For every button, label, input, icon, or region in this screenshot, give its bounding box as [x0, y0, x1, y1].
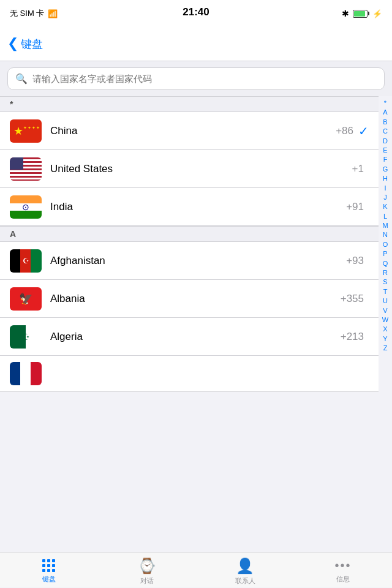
country-list: * China +86 ✓ United States +1 India +91…: [0, 96, 379, 552]
tab-more[interactable]: ••• 信息: [294, 556, 392, 584]
alpha-b[interactable]: B: [383, 118, 387, 127]
country-item-china[interactable]: China +86 ✓: [0, 112, 379, 150]
flag-albania: [10, 287, 42, 311]
alpha-u[interactable]: U: [383, 296, 388, 306]
search-icon: 🔍: [15, 73, 28, 85]
status-left: 无 SIM 卡 📶: [10, 8, 58, 19]
country-item-us[interactable]: United States +1: [0, 150, 379, 188]
country-code-albania: +355: [341, 293, 364, 305]
alpha-j[interactable]: J: [383, 193, 387, 202]
alpha-w[interactable]: W: [382, 315, 388, 325]
flag-china: [10, 119, 42, 143]
country-code-us: +1: [352, 163, 364, 175]
alpha-t[interactable]: T: [383, 287, 388, 296]
flag-afghanistan: [10, 249, 42, 273]
recents-icon: ⌚: [138, 557, 156, 575]
checkmark-china: ✓: [358, 124, 369, 138]
country-item-afghanistan[interactable]: Afghanistan +93: [0, 242, 379, 280]
search-container: 🔍: [0, 61, 392, 96]
chevron-left-icon: ❮: [7, 37, 18, 50]
alpha-r[interactable]: R: [383, 268, 388, 277]
flag-india: [10, 195, 42, 219]
tab-recents[interactable]: ⌚ 对话: [98, 555, 196, 586]
country-name-india: India: [50, 201, 346, 213]
country-name-albania: Albania: [50, 293, 341, 305]
flag-partial: [10, 362, 42, 385]
alpha-q[interactable]: Q: [383, 259, 388, 268]
search-input[interactable]: [32, 74, 377, 84]
charge-icon: ⚡: [372, 9, 382, 18]
contacts-icon: 👤: [236, 557, 254, 575]
country-name-us: United States: [50, 163, 352, 175]
alpha-e[interactable]: E: [383, 146, 387, 155]
keyboard-icon: [42, 559, 56, 573]
tab-recents-label: 对话: [140, 576, 154, 586]
wifi-icon: 📶: [48, 9, 58, 18]
alpha-c[interactable]: C: [383, 127, 388, 136]
alphabet-index: * A B C D E F G H I J K L M N O P Q R S …: [379, 96, 392, 552]
flag-algeria: [10, 325, 42, 349]
nav-bar: ❮ 键盘: [0, 27, 392, 61]
main-content: * China +86 ✓ United States +1 India +91…: [0, 96, 392, 552]
alpha-o[interactable]: O: [383, 240, 388, 249]
alpha-h[interactable]: H: [383, 174, 388, 183]
alpha-v[interactable]: V: [383, 306, 387, 315]
country-name-algeria: Algeria: [50, 331, 341, 343]
country-code-algeria: +213: [341, 331, 364, 343]
alpha-k[interactable]: K: [383, 202, 387, 211]
country-item-algeria[interactable]: Algeria +213: [0, 318, 379, 356]
search-bar: 🔍: [7, 67, 385, 90]
alpha-f[interactable]: F: [383, 155, 388, 164]
tab-contacts[interactable]: 👤 联系人: [196, 555, 294, 586]
tab-contacts-label: 联系人: [235, 576, 255, 586]
alpha-g[interactable]: G: [383, 165, 388, 174]
alpha-i[interactable]: I: [384, 184, 386, 193]
tab-keyboard[interactable]: 键盘: [0, 557, 98, 584]
section-header-star: *: [0, 96, 379, 112]
alpha-l[interactable]: L: [383, 212, 387, 221]
alpha-x[interactable]: X: [383, 325, 387, 334]
country-code-afghanistan: +93: [346, 255, 364, 267]
country-code-china: +86: [336, 125, 353, 137]
tab-keyboard-label: 键盘: [42, 575, 56, 584]
alpha-z[interactable]: Z: [383, 344, 388, 353]
back-button[interactable]: ❮ 键盘: [7, 37, 43, 51]
battery-icon: [353, 10, 368, 18]
alpha-y[interactable]: Y: [383, 334, 387, 344]
alpha-n[interactable]: N: [383, 230, 388, 239]
more-icon: •••: [334, 559, 351, 573]
alpha-d[interactable]: D: [383, 137, 388, 146]
bluetooth-icon: ✱: [342, 9, 349, 18]
alpha-a[interactable]: A: [383, 108, 387, 117]
back-label: 键盘: [21, 37, 43, 51]
country-code-india: +91: [346, 201, 364, 213]
tab-more-label: 信息: [336, 575, 350, 584]
country-item-partial[interactable]: [0, 356, 379, 392]
status-right: ✱ ⚡: [342, 9, 382, 18]
alpha-p[interactable]: P: [383, 249, 387, 258]
status-bar: 无 SIM 卡 📶 21:40 ✱ ⚡: [0, 0, 392, 27]
country-name-afghanistan: Afghanistan: [50, 255, 346, 267]
alpha-s[interactable]: S: [383, 277, 387, 287]
country-item-albania[interactable]: Albania +355: [0, 280, 379, 318]
tab-bar: 键盘 ⌚ 对话 👤 联系人 ••• 信息: [0, 552, 392, 587]
alpha-m[interactable]: M: [382, 221, 388, 230]
status-time: 21:40: [183, 6, 209, 18]
flag-us: [10, 157, 42, 181]
alpha-star[interactable]: *: [384, 99, 386, 108]
carrier-text: 无 SIM 卡: [10, 8, 44, 19]
section-header-a: A: [0, 226, 379, 242]
country-item-india[interactable]: India +91: [0, 188, 379, 226]
country-name-china: China: [50, 125, 336, 137]
